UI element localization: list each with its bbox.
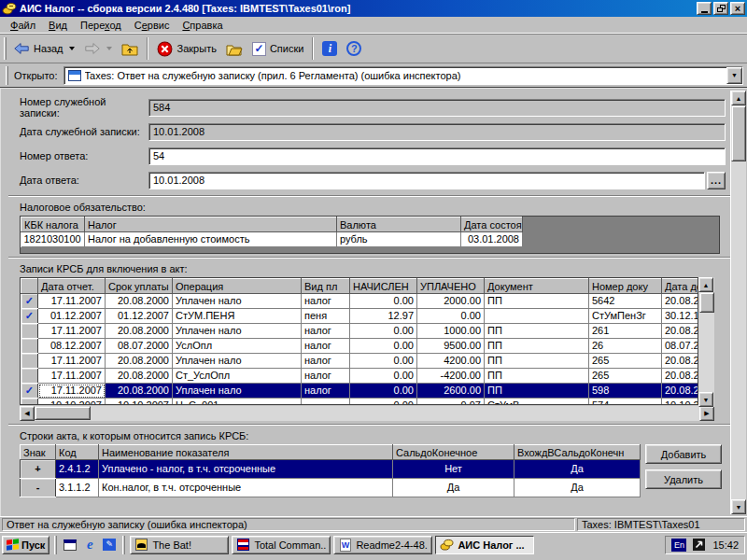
cell[interactable]: налог bbox=[302, 369, 350, 384]
check-icon[interactable]: ✓ bbox=[21, 309, 38, 324]
scroll-right-icon[interactable]: ▶ bbox=[699, 406, 714, 421]
cell[interactable]: ПП bbox=[485, 324, 589, 339]
column-header[interactable]: Наименование показателя bbox=[99, 445, 393, 460]
date-browse-button[interactable]: ... bbox=[707, 172, 726, 189]
combobox-dropdown-icon[interactable]: ▼ bbox=[726, 67, 742, 84]
cell[interactable]: 265 bbox=[589, 354, 662, 369]
cell[interactable]: 9.97 bbox=[417, 399, 485, 406]
menu-file[interactable]: Файл bbox=[4, 18, 42, 33]
cell[interactable]: 20.08.2000 bbox=[662, 384, 699, 399]
cell[interactable]: 30.12.1899 bbox=[662, 309, 699, 324]
check-cell[interactable] bbox=[21, 399, 38, 406]
task-total-commander[interactable]: Total Comman... bbox=[232, 536, 331, 554]
cell[interactable]: 01.12.2007 bbox=[106, 309, 173, 324]
check-cell[interactable] bbox=[21, 369, 38, 384]
table-row[interactable]: 08.12.200708.07.2000УслОплналог0.009500.… bbox=[21, 339, 699, 354]
cell[interactable]: 08.12.2007 bbox=[38, 339, 106, 354]
check-cell[interactable] bbox=[21, 339, 38, 354]
cell[interactable]: + bbox=[21, 460, 56, 479]
act-lines-table[interactable]: ЗнакКодНаименование показателяСальдоКоне… bbox=[20, 444, 641, 497]
menu-navigate[interactable]: Переход bbox=[74, 18, 128, 33]
cell[interactable]: - bbox=[21, 479, 56, 497]
table-row[interactable]: -3.1.1.2Кон.налог, в т.ч. отсроченныеДаД… bbox=[21, 479, 641, 497]
cell[interactable]: налог bbox=[302, 384, 350, 399]
cell[interactable]: 1000.00 bbox=[417, 324, 485, 339]
cell[interactable]: 0.00 bbox=[350, 294, 417, 309]
scroll-left-icon[interactable]: ◀ bbox=[20, 406, 35, 421]
cell[interactable]: ПП bbox=[485, 354, 589, 369]
column-header[interactable]: Номер доку bbox=[589, 279, 662, 294]
cell[interactable]: 20.08.2000 bbox=[662, 369, 699, 384]
internet-explorer-icon[interactable]: e bbox=[81, 537, 98, 553]
task-readme[interactable]: W Readme2-4-48... bbox=[333, 536, 432, 554]
cell[interactable]: 5642 bbox=[589, 294, 662, 309]
titlebar[interactable]: АИС Налог -- сборка версии 2.4.480 [Taxe… bbox=[0, 0, 747, 17]
forward-button[interactable] bbox=[79, 36, 117, 61]
delete-button[interactable]: Удалить bbox=[645, 469, 722, 489]
cell[interactable]: ПП bbox=[485, 339, 589, 354]
menu-service[interactable]: Сервис bbox=[128, 18, 176, 33]
cell[interactable]: 03.01.2008 bbox=[461, 232, 523, 247]
krsb-records-table[interactable]: Дата отчет.Срок уплатыОперацияВид плНАЧИ… bbox=[21, 278, 698, 405]
cell[interactable]: 20.08.2000 bbox=[106, 369, 173, 384]
scrollbar-thumb[interactable] bbox=[35, 406, 91, 420]
answer-date-field[interactable]: 10.01.2008 bbox=[148, 172, 705, 189]
memo-date-field[interactable]: 10.01.2008 bbox=[148, 123, 726, 141]
restore-button[interactable] bbox=[713, 2, 728, 15]
krsb-horizontal-scrollbar[interactable]: ◀ ▶ bbox=[20, 406, 714, 421]
cell[interactable]: пеня bbox=[302, 309, 350, 324]
cell[interactable]: 10.10.2007 bbox=[106, 399, 173, 406]
cell[interactable]: 17.11.2007 bbox=[38, 354, 106, 369]
scroll-up-icon[interactable]: ▲ bbox=[731, 91, 746, 105]
cell[interactable]: 17.11.2007 bbox=[38, 384, 106, 399]
add-button[interactable]: Добавить bbox=[645, 444, 722, 464]
column-header[interactable]: Документ bbox=[485, 279, 589, 294]
cell[interactable]: Уплачен нало bbox=[173, 324, 302, 339]
table-row[interactable]: 17.11.200720.08.2000Ст_УслОплналог0.00-4… bbox=[21, 369, 699, 384]
cell[interactable]: налог bbox=[302, 324, 350, 339]
cell[interactable]: Уплачено - налог, в т.ч. отсроченные bbox=[99, 460, 393, 479]
cell[interactable]: 9500.00 bbox=[417, 339, 485, 354]
cell[interactable]: ПП bbox=[485, 384, 589, 399]
back-dropdown-icon[interactable] bbox=[69, 47, 75, 50]
language-indicator[interactable]: En bbox=[671, 539, 686, 552]
check-icon[interactable]: ✓ bbox=[21, 294, 38, 309]
taskbar-grip[interactable] bbox=[54, 536, 57, 554]
column-header[interactable]: НАЧИСЛЕН bbox=[350, 279, 417, 294]
cell[interactable]: СтУмПенЗг bbox=[589, 309, 662, 324]
table-row[interactable]: 17.11.200720.08.2000Уплачен налоналог0.0… bbox=[21, 354, 699, 369]
openbar-grip[interactable] bbox=[6, 66, 8, 85]
cell[interactable]: рубль bbox=[337, 232, 461, 247]
cell[interactable]: СтУМ.ПЕНЯ bbox=[173, 309, 302, 324]
column-header[interactable] bbox=[21, 279, 38, 294]
open-folder-button[interactable] bbox=[221, 36, 247, 61]
task-the-bat[interactable]: The Bat! bbox=[130, 536, 229, 554]
clock[interactable]: 15:42 bbox=[711, 539, 739, 551]
check-icon[interactable]: ✓ bbox=[21, 384, 38, 399]
cell[interactable]: Налог на добавленную стоимость bbox=[85, 232, 337, 247]
info-button[interactable]: i bbox=[317, 36, 342, 61]
cell[interactable]: 20.08.2000 bbox=[662, 354, 699, 369]
column-header[interactable]: Валюта bbox=[337, 217, 461, 232]
scroll-down-icon[interactable]: ▼ bbox=[731, 499, 746, 514]
column-header[interactable]: ВхождВСальдоКонечн bbox=[514, 445, 641, 460]
cell[interactable]: 598 bbox=[589, 384, 662, 399]
cell[interactable]: налог bbox=[302, 354, 350, 369]
cell[interactable]: 261 bbox=[589, 324, 662, 339]
cell[interactable]: 0.00 bbox=[350, 369, 417, 384]
cell[interactable]: Да bbox=[514, 479, 641, 497]
cell[interactable]: 2.4.1.2 bbox=[56, 460, 99, 479]
cell[interactable]: 20.08.2000 bbox=[662, 324, 699, 339]
taskbar-grip[interactable] bbox=[122, 536, 125, 554]
start-button[interactable]: Пуск bbox=[2, 536, 49, 554]
cell[interactable]: Уплачен нало bbox=[173, 294, 302, 309]
column-header[interactable]: Налог bbox=[85, 217, 337, 232]
cell[interactable]: 12.97 bbox=[350, 309, 417, 324]
help-button[interactable]: ? bbox=[342, 36, 366, 61]
column-header[interactable]: Вид пл bbox=[302, 279, 350, 294]
column-header[interactable]: Дата докум bbox=[662, 279, 699, 294]
cell[interactable]: 0.00 bbox=[417, 309, 485, 324]
cell[interactable]: 20.08.2000 bbox=[662, 294, 699, 309]
table-row[interactable]: ✓17.11.200720.08.2000Уплачен налоналог0.… bbox=[21, 294, 699, 309]
cell[interactable]: Да bbox=[393, 479, 514, 497]
